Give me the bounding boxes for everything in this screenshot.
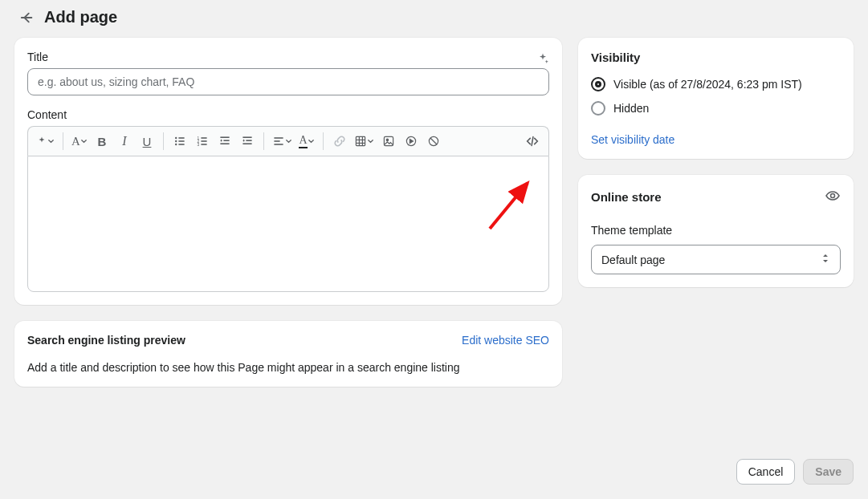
- title-label: Title: [27, 51, 48, 63]
- title-input[interactable]: [27, 68, 549, 95]
- numbered-list-button[interactable]: 123: [193, 132, 212, 151]
- svg-line-30: [430, 138, 437, 144]
- radio-unselected-icon: [591, 101, 605, 116]
- select-caret-icon: [821, 252, 830, 267]
- outdent-button[interactable]: [215, 132, 234, 151]
- visibility-hidden-radio[interactable]: Hidden: [591, 101, 841, 116]
- svg-point-31: [831, 194, 835, 198]
- svg-rect-7: [201, 137, 206, 139]
- svg-point-4: [175, 144, 177, 145]
- text-color-dropdown[interactable]: A: [297, 132, 316, 151]
- sparkle-icon[interactable]: [536, 52, 549, 67]
- seo-heading: Search engine listing preview: [27, 334, 185, 347]
- back-arrow-icon[interactable]: [20, 10, 35, 25]
- online-store-heading: Online store: [591, 190, 662, 204]
- underline-button[interactable]: U: [137, 132, 157, 151]
- page-content-card: Title Content A: [14, 38, 562, 305]
- theme-template-label: Theme template: [591, 224, 841, 237]
- content-editor[interactable]: [27, 156, 549, 292]
- svg-rect-19: [274, 140, 279, 142]
- toolbar-separator: [63, 132, 63, 150]
- svg-rect-21: [356, 136, 365, 145]
- content-label: Content: [27, 108, 549, 121]
- svg-rect-18: [274, 137, 283, 139]
- indent-button[interactable]: [238, 132, 257, 151]
- save-button[interactable]: Save: [803, 459, 854, 485]
- visibility-hidden-label: Hidden: [613, 102, 649, 115]
- svg-rect-17: [242, 143, 251, 144]
- visibility-visible-radio[interactable]: Visible (as of 27/8/2024, 6:23 pm IST): [591, 77, 841, 91]
- svg-point-2: [175, 140, 177, 142]
- visibility-heading: Visibility: [591, 51, 841, 64]
- svg-rect-9: [201, 140, 206, 142]
- toolbar-separator: [163, 132, 164, 150]
- svg-rect-16: [246, 140, 251, 141]
- toolbar-separator: [323, 132, 324, 150]
- svg-rect-11: [201, 144, 206, 145]
- clear-formatting-button[interactable]: [424, 132, 443, 151]
- bold-button[interactable]: B: [92, 132, 112, 151]
- radio-selected-icon: [591, 77, 605, 91]
- set-visibility-date-link[interactable]: Set visibility date: [591, 133, 674, 146]
- table-dropdown[interactable]: [352, 132, 376, 151]
- online-store-card: Online store Theme template Default page: [578, 175, 854, 287]
- svg-rect-12: [220, 136, 229, 138]
- ai-sparkle-dropdown[interactable]: [35, 132, 56, 151]
- video-button[interactable]: [401, 132, 421, 151]
- italic-button[interactable]: I: [115, 132, 134, 151]
- seo-description: Add a title and description to see how t…: [27, 361, 549, 374]
- page-title: Add page: [44, 8, 117, 26]
- toolbar-separator: [263, 132, 264, 150]
- svg-rect-13: [223, 140, 229, 141]
- svg-rect-5: [178, 144, 184, 145]
- visibility-card: Visibility Visible (as of 27/8/2024, 6:2…: [578, 38, 854, 159]
- svg-point-27: [386, 139, 388, 140]
- paragraph-style-dropdown[interactable]: A: [70, 132, 89, 151]
- alignment-dropdown[interactable]: [271, 132, 294, 151]
- editor-toolbar: A B I U 123 A: [27, 126, 549, 156]
- theme-template-select[interactable]: Default page: [591, 245, 841, 274]
- seo-card: Search engine listing preview Edit websi…: [14, 321, 562, 387]
- cancel-button[interactable]: Cancel: [736, 459, 796, 485]
- svg-text:3: 3: [198, 143, 200, 147]
- theme-template-value: Default page: [601, 254, 665, 266]
- edit-seo-link[interactable]: Edit website SEO: [462, 334, 549, 347]
- svg-rect-1: [178, 137, 184, 139]
- bullet-list-button[interactable]: [170, 132, 189, 151]
- svg-rect-20: [274, 144, 283, 145]
- visibility-visible-label: Visible (as of 27/8/2024, 6:23 pm IST): [613, 78, 802, 91]
- html-code-button[interactable]: [523, 132, 542, 151]
- image-button[interactable]: [379, 132, 398, 151]
- preview-eye-icon[interactable]: [825, 188, 841, 206]
- svg-rect-15: [242, 136, 251, 138]
- svg-rect-3: [178, 140, 184, 142]
- svg-point-0: [175, 137, 177, 139]
- link-button[interactable]: [330, 132, 349, 151]
- svg-rect-14: [220, 143, 229, 144]
